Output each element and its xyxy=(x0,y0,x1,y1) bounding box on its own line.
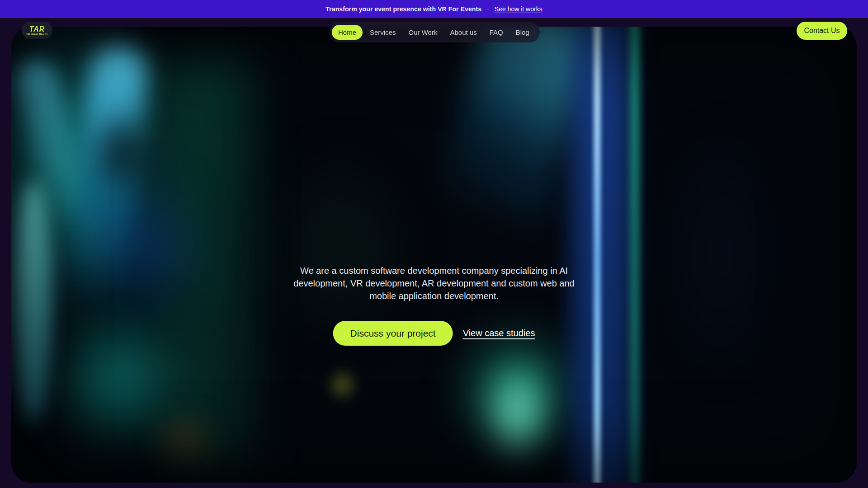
art-blue-haze-right xyxy=(653,72,789,433)
art-navy-blob xyxy=(88,144,224,352)
hero-description: We are a custom software development com… xyxy=(280,264,588,302)
hero-cta-row: Discuss your project View case studies xyxy=(333,321,535,346)
art-blue-band-right xyxy=(572,27,631,483)
nav-item-home[interactable]: Home xyxy=(332,25,363,40)
contact-us-button[interactable]: Contact Us xyxy=(797,22,847,40)
art-cyan-edge-curve xyxy=(12,56,87,232)
art-olive-dot xyxy=(323,363,362,406)
art-white-line-right xyxy=(594,27,601,483)
logo-subtitle: Takeaway Reality xyxy=(26,33,47,35)
art-teal-glow-core xyxy=(468,338,567,483)
nav-item-faq[interactable]: FAQ xyxy=(484,25,509,40)
art-cyan-streak-top-right xyxy=(439,27,597,227)
art-teal-line-right xyxy=(630,27,640,483)
banner-separator: · xyxy=(487,5,489,13)
announcement-banner: Transform your event presence with VR Fo… xyxy=(0,0,868,18)
banner-see-how-it-works-link[interactable]: See how it works xyxy=(495,5,542,13)
art-green-column xyxy=(160,54,251,469)
logo-wordmark: TAR xyxy=(29,26,45,33)
nav-item-blog[interactable]: Blog xyxy=(510,25,535,40)
logo[interactable]: TAR Takeaway Reality xyxy=(22,22,52,39)
art-bright-cyan-edge xyxy=(14,180,50,424)
hero-section: We are a custom software development com… xyxy=(11,27,857,483)
banner-message: Transform your event presence with VR Fo… xyxy=(326,5,481,13)
nav-item-our-work[interactable]: Our Work xyxy=(403,25,443,40)
main-nav: Home Services Our Work About us FAQ Blog xyxy=(329,22,540,42)
art-teal-bottom-left xyxy=(16,271,228,483)
view-case-studies-link[interactable]: View case studies xyxy=(463,328,535,338)
discuss-project-button[interactable]: Discuss your project xyxy=(333,321,453,346)
art-teal-mass-left xyxy=(11,27,192,334)
art-cyan-streak-left xyxy=(66,42,151,300)
art-dark-hole xyxy=(66,81,183,225)
nav-item-about-us[interactable]: About us xyxy=(444,25,482,40)
art-orange-hint xyxy=(147,411,224,469)
nav-item-services[interactable]: Services xyxy=(364,25,401,40)
art-green-haze-center xyxy=(246,108,436,388)
art-vignette xyxy=(11,27,857,483)
